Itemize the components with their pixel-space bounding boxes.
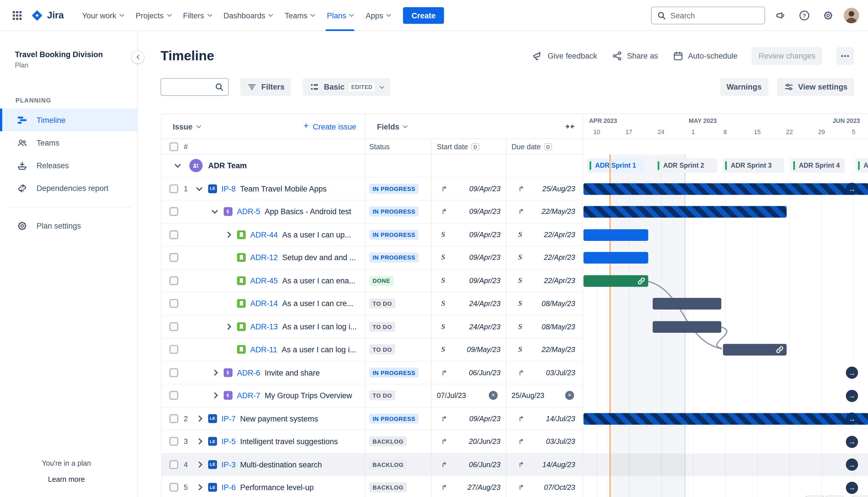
issue-key-link[interactable]: IP-5 bbox=[221, 437, 236, 446]
row-checkbox[interactable] bbox=[169, 322, 178, 331]
gantt-bar-adr-5[interactable] bbox=[583, 206, 787, 218]
status-lozenge: IN PROGRESS bbox=[369, 207, 419, 217]
offscreen-bar-indicator[interactable]: → bbox=[846, 436, 858, 448]
bar-continues-arrow[interactable]: → bbox=[846, 413, 858, 425]
create-button[interactable]: Create bbox=[403, 7, 444, 24]
chevron-down-icon[interactable] bbox=[196, 185, 202, 191]
more-actions-button[interactable]: ⋯ bbox=[836, 47, 854, 65]
offscreen-bar-indicator[interactable]: → bbox=[846, 458, 858, 471]
chevron-right-icon[interactable] bbox=[212, 393, 218, 399]
gantt-bar-adr-11[interactable] bbox=[723, 344, 787, 356]
issue-key-link[interactable]: IP-8 bbox=[221, 184, 236, 193]
nav-item-dashboards[interactable]: Dashboards bbox=[217, 0, 278, 31]
filters-button[interactable]: Filters bbox=[240, 78, 291, 96]
timeline-search[interactable] bbox=[160, 78, 229, 96]
view-settings-button[interactable]: View settings bbox=[777, 78, 854, 96]
row-checkbox[interactable] bbox=[169, 184, 178, 193]
row-checkbox[interactable] bbox=[169, 368, 178, 377]
issue-key-link[interactable]: ADR-44 bbox=[250, 230, 278, 239]
gantt-bar-adr-14[interactable] bbox=[653, 298, 721, 310]
global-search[interactable] bbox=[651, 6, 765, 24]
issue-key-link[interactable]: ADR-11 bbox=[250, 345, 277, 354]
gantt-bar-adr-13[interactable] bbox=[653, 321, 721, 333]
nav-item-filters[interactable]: Filters bbox=[177, 0, 217, 31]
chevron-right-icon[interactable] bbox=[196, 462, 202, 468]
create-issue-button[interactable]: + Create issue bbox=[303, 114, 356, 139]
sidebar-divider bbox=[6, 207, 131, 208]
row-checkbox[interactable] bbox=[169, 391, 178, 400]
chevron-right-icon[interactable] bbox=[196, 484, 202, 491]
dependency-link-icon[interactable] bbox=[637, 276, 646, 285]
row-checkbox[interactable] bbox=[169, 299, 178, 308]
row-checkbox[interactable] bbox=[169, 230, 178, 239]
chevron-right-icon[interactable] bbox=[196, 415, 202, 422]
chevron-right-icon[interactable] bbox=[196, 438, 202, 445]
chevron-right-icon[interactable] bbox=[212, 370, 218, 376]
fields-button[interactable]: Fields bbox=[377, 114, 407, 139]
dependency-link-icon[interactable] bbox=[776, 345, 784, 354]
share-as-button[interactable]: Share as bbox=[611, 50, 658, 61]
view-mode-button[interactable]: Basic EDITED bbox=[303, 78, 390, 96]
gantt-bar-ip-8[interactable] bbox=[583, 183, 868, 195]
row-checkbox[interactable] bbox=[169, 207, 178, 216]
issue-key-link[interactable]: IP-3 bbox=[221, 460, 236, 469]
issue-key-link[interactable]: ADR-13 bbox=[250, 322, 278, 331]
row-checkbox[interactable] bbox=[169, 276, 178, 285]
nav-item-teams[interactable]: Teams bbox=[278, 0, 321, 31]
offscreen-bar-indicator[interactable]: → bbox=[846, 367, 858, 379]
gantt-bar-ip-7[interactable] bbox=[583, 413, 868, 425]
issue-column-header[interactable]: Issue bbox=[173, 114, 200, 139]
give-feedback-button[interactable]: Give feedback bbox=[532, 50, 597, 61]
chevron-down-icon[interactable] bbox=[174, 162, 181, 168]
nav-item-plans[interactable]: Plans bbox=[321, 0, 359, 31]
row-checkbox[interactable] bbox=[169, 414, 178, 423]
offscreen-bar-indicator[interactable]: → bbox=[846, 389, 858, 402]
nav-item-projects[interactable]: Projects bbox=[129, 0, 177, 31]
help-icon[interactable]: ? bbox=[796, 7, 813, 24]
row-checkbox[interactable] bbox=[169, 345, 178, 354]
clear-date-icon[interactable]: × bbox=[489, 391, 498, 400]
clear-date-icon[interactable]: × bbox=[565, 391, 574, 400]
issue-key-link[interactable]: ADR-14 bbox=[250, 299, 278, 308]
offscreen-bar-indicator[interactable]: → bbox=[846, 482, 858, 494]
gantt-bar-adr-12[interactable] bbox=[583, 252, 648, 263]
issue-key-link[interactable]: ADR-6 bbox=[237, 368, 260, 377]
announcement-icon[interactable] bbox=[772, 7, 789, 24]
warnings-button[interactable]: Warnings bbox=[720, 78, 768, 96]
bar-continues-arrow[interactable]: → bbox=[846, 183, 858, 195]
learn-more-link[interactable]: Learn more bbox=[48, 475, 85, 483]
issue-key-link[interactable]: ADR-7 bbox=[237, 391, 260, 400]
issue-key-link[interactable]: ADR-12 bbox=[250, 253, 278, 262]
nav-item-apps[interactable]: Apps bbox=[360, 0, 397, 31]
row-checkbox[interactable] bbox=[169, 460, 178, 469]
row-checkbox[interactable] bbox=[169, 483, 178, 492]
gantt-bar-adr-44[interactable] bbox=[583, 229, 648, 241]
chevron-right-icon[interactable] bbox=[225, 231, 231, 238]
chevron-down-icon[interactable] bbox=[212, 208, 218, 214]
jira-logo[interactable]: Jira bbox=[31, 9, 64, 21]
select-all-checkbox[interactable] bbox=[169, 142, 178, 151]
issue-key-link[interactable]: IP-6 bbox=[221, 483, 236, 492]
sidebar-item-plan-settings[interactable]: Plan settings bbox=[0, 214, 137, 237]
sidebar-item-timeline[interactable]: Timeline bbox=[0, 109, 137, 131]
row-checkbox[interactable] bbox=[169, 437, 178, 446]
auto-schedule-button[interactable]: Auto-schedule bbox=[672, 50, 738, 61]
issue-row-left: ADR-12Setup dev and and ...IN PROGRESSS0… bbox=[162, 246, 582, 269]
settings-gear-icon[interactable] bbox=[820, 7, 836, 24]
chevron-right-icon[interactable] bbox=[225, 323, 231, 330]
issue-key-link[interactable]: IP-7 bbox=[221, 414, 236, 423]
sidebar-item-teams[interactable]: Teams bbox=[0, 131, 137, 154]
collapse-columns-icon[interactable] bbox=[565, 122, 575, 131]
nav-item-your-work[interactable]: Your work bbox=[76, 0, 130, 31]
issue-key-link[interactable]: ADR-45 bbox=[250, 276, 278, 285]
user-avatar[interactable] bbox=[843, 8, 859, 23]
app-switcher-icon[interactable] bbox=[9, 7, 26, 24]
issue-key-link[interactable]: ADR-5 bbox=[237, 207, 260, 216]
sidebar-collapse-button[interactable] bbox=[131, 50, 144, 63]
global-search-input[interactable] bbox=[670, 11, 759, 20]
review-changes-button[interactable]: Review changes bbox=[752, 47, 822, 65]
sidebar-item-releases[interactable]: Releases bbox=[0, 154, 137, 176]
gantt-bar-adr-45[interactable] bbox=[583, 275, 648, 286]
sidebar-item-dependencies-report[interactable]: Dependencies report bbox=[0, 176, 137, 199]
row-checkbox[interactable] bbox=[169, 253, 178, 262]
